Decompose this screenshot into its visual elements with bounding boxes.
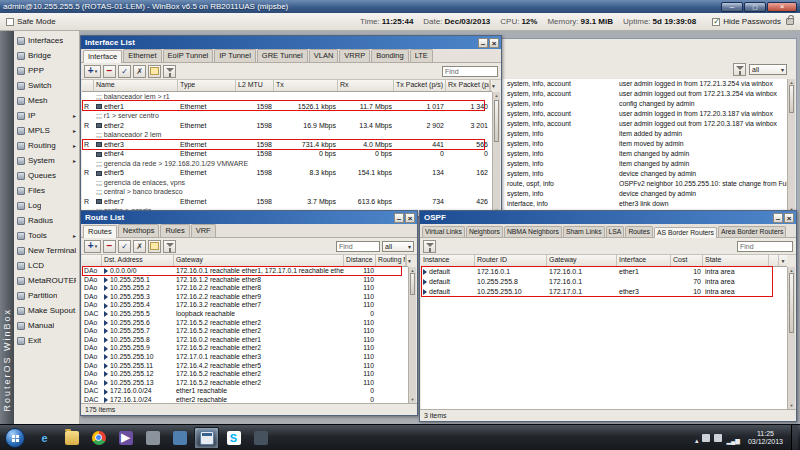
tray-icon-1[interactable] bbox=[702, 434, 710, 442]
column-header-dst-address[interactable]: Dst. Address bbox=[102, 255, 174, 266]
table-row[interactable]: default10.255.255.8172.16.0.170intra are… bbox=[421, 277, 787, 287]
table-row[interactable]: DAo10.255.255.11172.16.4.2 reachable eth… bbox=[82, 362, 408, 371]
comment-row[interactable]: ;;; central > banco bradesco bbox=[82, 187, 492, 197]
hide-passwords-checkbox[interactable] bbox=[712, 18, 720, 26]
column-header-l2-mtu[interactable]: L2 MTU bbox=[236, 80, 274, 91]
interface-list-titlebar[interactable]: Interface List bbox=[81, 36, 501, 49]
sidebar-item-partition[interactable]: Partition bbox=[14, 288, 79, 303]
route-filter-select[interactable]: all bbox=[382, 241, 414, 252]
table-row[interactable]: DAo10.255.255.10172.17.0.1 reachable eth… bbox=[82, 353, 408, 362]
sidebar-item-system[interactable]: System bbox=[14, 153, 79, 168]
column-header-cost[interactable]: Cost bbox=[671, 255, 703, 266]
sidebar-item-bridge[interactable]: Bridge bbox=[14, 48, 79, 63]
disable-button[interactable] bbox=[133, 65, 146, 78]
app-icon-2[interactable] bbox=[167, 427, 192, 449]
comment-row[interactable]: ;;; gerencia de enlaces, vpns bbox=[82, 178, 492, 188]
minimize-button[interactable] bbox=[721, 2, 743, 12]
tab-sham-links[interactable]: Sham Links bbox=[563, 226, 605, 237]
disable-button[interactable] bbox=[133, 240, 146, 253]
tab-area-border-routers[interactable]: Area Border Routers bbox=[718, 226, 786, 237]
table-row[interactable]: DAo10.255.255.12172.16.5.2 reachable eth… bbox=[82, 370, 408, 379]
sidebar-item-mpls[interactable]: MPLS bbox=[14, 123, 79, 138]
tray-clock[interactable]: 11:25 03/12/2013 bbox=[744, 430, 787, 446]
sidebar-item-files[interactable]: Files bbox=[14, 183, 79, 198]
table-row[interactable]: DAo10.255.255.8172.16.0.2 reachable ethe… bbox=[82, 336, 408, 345]
column-header-router-id[interactable]: Router ID bbox=[475, 255, 547, 266]
remove-button[interactable] bbox=[103, 65, 116, 78]
tab-as-border-routers[interactable]: AS Border Routers bbox=[654, 227, 717, 238]
enable-button[interactable] bbox=[118, 65, 131, 78]
table-row[interactable]: DAo10.255.255.9172.16.5.2 reachable ethe… bbox=[82, 344, 408, 353]
table-row[interactable]: ether4Ethernet15980 bps0 bps00 bbox=[82, 149, 492, 159]
tab-virtual-links[interactable]: Virtual Links bbox=[422, 226, 465, 237]
close-button[interactable] bbox=[767, 2, 797, 12]
table-row[interactable]: DAo10.255.255.2172.16.2.2 reachable ethe… bbox=[82, 284, 408, 293]
tab-nexthops[interactable]: Nexthops bbox=[118, 224, 160, 237]
maximize-button[interactable] bbox=[744, 2, 766, 12]
tab-vrrp[interactable]: VRRP bbox=[339, 49, 370, 62]
sidebar-item-metarouter[interactable]: MetaROUTER bbox=[14, 273, 79, 288]
log-scrollbar[interactable] bbox=[787, 79, 795, 213]
child-minimize-icon[interactable] bbox=[478, 38, 488, 48]
column-chooser-icon[interactable] bbox=[406, 255, 408, 266]
sidebar-item-queues[interactable]: Queues bbox=[14, 168, 79, 183]
sidebar-item-routing[interactable]: Routing bbox=[14, 138, 79, 153]
comment-row[interactable]: ;;; gerencia da rede > 192.168.20.1/29 V… bbox=[82, 159, 492, 169]
column-header-tx-packet-p-s[interactable]: Tx Packet (p/s) bbox=[394, 80, 446, 91]
sidebar-item-tools[interactable]: Tools bbox=[14, 228, 79, 243]
tab-ethernet[interactable]: Ethernet bbox=[123, 49, 161, 62]
hide-passwords-label[interactable]: Hide Passwords bbox=[723, 17, 781, 26]
column-chooser-icon[interactable] bbox=[778, 255, 787, 266]
interface-scrollbar[interactable] bbox=[492, 92, 500, 214]
column-header-state[interactable]: State bbox=[703, 255, 769, 266]
column-header-rx[interactable]: Rx bbox=[338, 80, 394, 91]
find-input[interactable] bbox=[336, 241, 380, 252]
table-row[interactable]: DAo0.0.0.0/0172.16.0.1 reachable ether1,… bbox=[82, 267, 408, 276]
table-row[interactable]: Rether7Ethernet15983.7 Mbps613.6 kbps734… bbox=[82, 197, 492, 207]
start-button[interactable] bbox=[5, 428, 25, 448]
explorer-folder-icon[interactable] bbox=[59, 427, 84, 449]
sidebar-item-new-terminal[interactable]: New Terminal bbox=[14, 243, 79, 258]
child-close-icon[interactable] bbox=[784, 213, 794, 223]
show-desktop-button[interactable] bbox=[791, 425, 798, 450]
table-row[interactable]: Rether3Ethernet1598731.4 kbps4.0 Mbps441… bbox=[82, 140, 492, 150]
safe-mode-checkbox[interactable] bbox=[6, 18, 14, 26]
tab-vrf[interactable]: VRF bbox=[191, 224, 216, 237]
column-header-gateway[interactable]: Gateway bbox=[547, 255, 617, 266]
table-row[interactable]: DAC172.16.0.0/24ether1 reachable0 bbox=[82, 387, 408, 396]
sidebar-item-lcd[interactable]: LCD bbox=[14, 258, 79, 273]
sidebar-item-manual[interactable]: Manual bbox=[14, 318, 79, 333]
sidebar-item-radius[interactable]: Radius bbox=[14, 213, 79, 228]
column-header-distance[interactable]: Distance bbox=[344, 255, 376, 266]
tab-ip-tunnel[interactable]: IP Tunnel bbox=[214, 49, 256, 62]
tab-lte[interactable]: LTE bbox=[410, 49, 433, 62]
column-header-routing-mark[interactable]: Routing Mark bbox=[376, 255, 406, 266]
chrome-icon[interactable] bbox=[86, 427, 111, 449]
route-list-titlebar[interactable]: Route List bbox=[81, 211, 417, 224]
column-header-name[interactable]: Name bbox=[94, 80, 178, 91]
tab-routes[interactable]: Routes bbox=[625, 226, 653, 237]
column-header-type[interactable]: Type bbox=[178, 80, 236, 91]
ospf-titlebar[interactable]: OSPF bbox=[420, 211, 796, 224]
comment-button[interactable] bbox=[148, 65, 161, 78]
filter-button[interactable] bbox=[163, 65, 176, 78]
tab-rules[interactable]: Rules bbox=[160, 224, 189, 237]
tab-bonding[interactable]: Bonding bbox=[371, 49, 409, 62]
tray-icon-2[interactable] bbox=[714, 434, 722, 442]
column-header-interface[interactable]: Interface bbox=[617, 255, 671, 266]
tab-nbma-neighbors[interactable]: NBMA Neighbors bbox=[504, 226, 562, 237]
scrollbar-thumb[interactable] bbox=[410, 273, 415, 295]
column-chooser-icon[interactable] bbox=[490, 80, 492, 91]
table-row[interactable]: DAo10.255.255.4172.16.3.2 reachable ethe… bbox=[82, 301, 408, 310]
table-row[interactable]: DAo10.255.255.3172.16.2.2 reachable ethe… bbox=[82, 293, 408, 302]
window-titlebar[interactable]: admin@10.255.255.5 (ROTAS-01-LEM) - WinB… bbox=[0, 0, 800, 13]
column-header-flags[interactable] bbox=[82, 255, 102, 266]
tab-vlan[interactable]: VLAN bbox=[309, 49, 339, 62]
column-header-rx-packet-p-s[interactable]: Rx Packet (p/s) bbox=[446, 80, 490, 91]
tab-routes[interactable]: Routes bbox=[83, 225, 117, 238]
tab-eoip-tunnel[interactable]: EoIP Tunnel bbox=[163, 49, 214, 62]
tab-neighbors[interactable]: Neighbors bbox=[466, 226, 503, 237]
tab-gre-tunnel[interactable]: GRE Tunnel bbox=[257, 49, 308, 62]
skype-icon[interactable]: S bbox=[221, 427, 246, 449]
ie-icon[interactable]: e bbox=[32, 427, 57, 449]
